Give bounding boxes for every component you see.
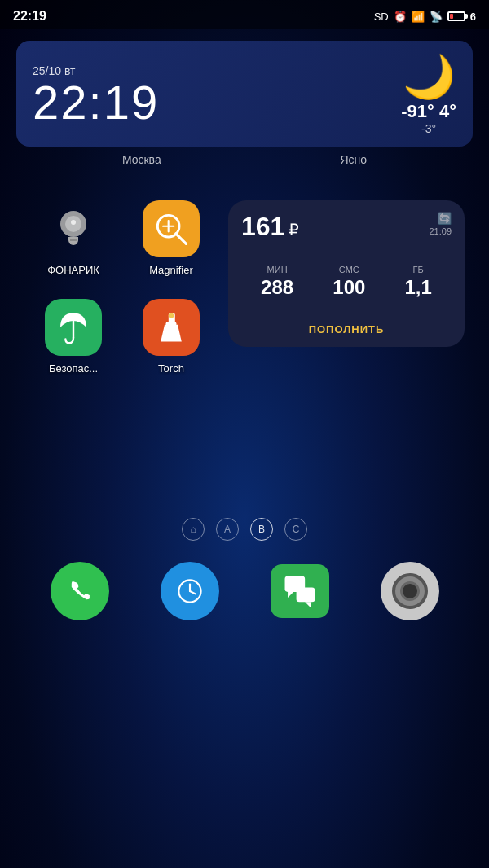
signal-icon: 📡 xyxy=(430,11,443,23)
wifi-icon: 📶 xyxy=(412,11,425,23)
app-fonarik[interactable]: ФОНАРИК xyxy=(24,191,122,289)
widget-min-val: 288 xyxy=(261,276,293,299)
umbrella-icon xyxy=(54,308,93,347)
chat-icon xyxy=(282,573,318,609)
bezopas-icon-wrap xyxy=(45,299,102,356)
widget-meta: 🔄 21:09 xyxy=(429,212,452,236)
app-grid: ФОНАРИК Magnifier 161 ₽ 🔄 21:09 xyxy=(0,191,489,388)
camera-inner xyxy=(392,573,428,609)
alarm-icon: ⏰ xyxy=(394,11,407,23)
widget-card[interactable]: 161 ₽ 🔄 21:09 МИН 288 СМС 100 ГБ 1,1 ПОП… xyxy=(228,200,465,347)
svg-marker-17 xyxy=(305,602,311,607)
moon-icon: 🌙 xyxy=(403,55,456,98)
app-magnifier[interactable]: Magnifier xyxy=(122,191,220,289)
torch-label: Torch xyxy=(158,362,184,375)
weather-widget[interactable]: 25/10 вт 22:19 🌙 -91° 4° -3° xyxy=(16,41,473,147)
magnifier-icon-wrap xyxy=(143,200,200,257)
weather-clock: 22:19 xyxy=(33,79,159,126)
phone-icon xyxy=(66,577,94,605)
widget-gb-val: 1,1 xyxy=(405,276,432,299)
weather-footer: Москва Ясно xyxy=(0,153,489,166)
dock-clock[interactable] xyxy=(161,562,219,620)
widget-time: 21:09 xyxy=(429,226,452,236)
fonarik-label: ФОНАРИК xyxy=(47,264,99,276)
svg-line-4 xyxy=(176,234,187,244)
weather-temp-range: -3° xyxy=(421,122,436,135)
widget-stat-sms: СМС 100 xyxy=(333,265,365,299)
widget-topup-button[interactable]: ПОПОЛНИТЬ xyxy=(241,323,452,335)
svg-rect-16 xyxy=(296,588,315,603)
status-time: 22:19 xyxy=(13,9,46,24)
battery-number: 6 xyxy=(470,11,476,23)
dock-phone[interactable] xyxy=(51,562,109,620)
battery-icon xyxy=(447,11,465,21)
app-torch[interactable]: Torch xyxy=(122,289,220,388)
weather-right: 🌙 -91° 4° -3° xyxy=(401,55,456,135)
widget-min-label: МИН xyxy=(261,265,293,274)
svg-marker-15 xyxy=(288,592,293,598)
weather-left: 25/10 вт 22:19 xyxy=(33,64,159,126)
svg-point-2 xyxy=(71,220,76,225)
widget-stats: МИН 288 СМС 100 ГБ 1,1 xyxy=(241,265,452,299)
page-indicators: ⌂ A B C xyxy=(0,518,489,541)
svg-line-13 xyxy=(190,591,196,594)
page-indicator-a[interactable]: A xyxy=(216,518,239,541)
magnifier-label: Magnifier xyxy=(149,264,192,276)
camera-lens xyxy=(400,581,420,601)
svg-rect-9 xyxy=(166,322,177,327)
bulb-icon xyxy=(51,206,96,252)
widget-gb-label: ГБ xyxy=(405,265,432,274)
widget-top: 161 ₽ 🔄 21:09 xyxy=(241,212,452,242)
widget-amount: 161 xyxy=(241,212,284,241)
clock-icon xyxy=(176,577,204,605)
dock-chat[interactable] xyxy=(271,564,329,618)
widget-refresh-icon: 🔄 xyxy=(438,212,452,225)
battery-fill xyxy=(450,14,454,19)
svg-point-10 xyxy=(169,313,174,318)
status-bar: 22:19 SD ⏰ 📶 📡 6 xyxy=(0,0,489,29)
weather-condition: Ясно xyxy=(340,153,367,166)
magnifier-icon xyxy=(151,208,192,249)
fonarik-icon-wrap xyxy=(45,200,102,257)
widget-sms-label: СМС xyxy=(333,265,365,274)
page-indicator-home[interactable]: ⌂ xyxy=(182,518,205,541)
widget-sms-val: 100 xyxy=(333,276,365,299)
torch-icon xyxy=(152,308,191,347)
widget-stat-min: МИН 288 xyxy=(261,265,293,299)
app-bezopas[interactable]: Безопас... xyxy=(24,289,122,388)
weather-city: Москва xyxy=(122,153,161,166)
widget-currency: ₽ xyxy=(289,221,299,239)
sd-icon: SD xyxy=(374,11,389,23)
bezopas-label: Безопас... xyxy=(49,362,98,375)
dock-camera[interactable] xyxy=(381,562,439,620)
status-icons: SD ⏰ 📶 📡 6 xyxy=(374,11,476,23)
page-indicator-c[interactable]: C xyxy=(284,518,307,541)
weather-temp: -91° 4° xyxy=(401,101,456,122)
widget-amount-wrap: 161 ₽ xyxy=(241,212,299,242)
page-indicator-b[interactable]: B xyxy=(250,518,273,541)
torch-icon-wrap xyxy=(143,299,200,356)
widget-stat-gb: ГБ 1,1 xyxy=(405,265,432,299)
dock xyxy=(0,554,489,637)
